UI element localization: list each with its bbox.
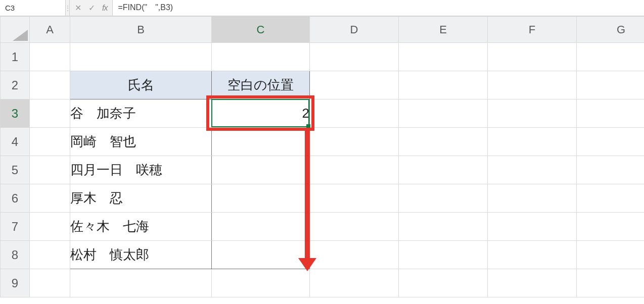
cell-G2[interactable]: [577, 71, 645, 99]
cell-G1[interactable]: [577, 43, 645, 71]
cell-F6[interactable]: [488, 184, 577, 213]
cell-G9[interactable]: [577, 269, 645, 297]
spreadsheet-grid[interactable]: A B C D E F G 1 2 氏名 空白の位置 3 谷 加奈子 2: [0, 16, 644, 297]
cell-A9[interactable]: [30, 269, 70, 297]
col-header-B[interactable]: B: [70, 17, 212, 43]
enter-icon[interactable]: ✓: [88, 3, 95, 13]
cell-D4[interactable]: [310, 128, 399, 156]
cell-B2[interactable]: 氏名: [70, 71, 212, 99]
col-header-E[interactable]: E: [399, 17, 488, 43]
row-header-1[interactable]: 1: [1, 43, 30, 71]
cell-F7[interactable]: [488, 213, 577, 241]
cell-C3[interactable]: 2: [212, 99, 310, 128]
cell-G4[interactable]: [577, 128, 645, 156]
cell-A8[interactable]: [30, 241, 70, 269]
cell-A1[interactable]: [30, 43, 70, 71]
formula-bar-divider: ⋮: [66, 0, 70, 16]
cell-D2[interactable]: [310, 71, 399, 99]
col-header-F[interactable]: F: [488, 17, 577, 43]
col-header-A[interactable]: A: [30, 17, 70, 43]
cell-G5[interactable]: [577, 156, 645, 184]
cell-F4[interactable]: [488, 128, 577, 156]
cell-E2[interactable]: [399, 71, 488, 99]
cell-C9[interactable]: [212, 269, 310, 297]
cell-E3[interactable]: [399, 99, 488, 128]
cell-B4[interactable]: 岡崎 智也: [70, 128, 212, 156]
cell-E9[interactable]: [399, 269, 488, 297]
cell-A3[interactable]: [30, 99, 70, 128]
cell-B6[interactable]: 厚木 忍: [70, 184, 212, 213]
cell-E8[interactable]: [399, 241, 488, 269]
row-header-8[interactable]: 8: [1, 241, 30, 269]
cell-F2[interactable]: [488, 71, 577, 99]
cell-C5[interactable]: [212, 156, 310, 184]
cell-A6[interactable]: [30, 184, 70, 213]
fx-icon[interactable]: fx: [102, 4, 107, 13]
cell-C7[interactable]: [212, 213, 310, 241]
cell-A5[interactable]: [30, 156, 70, 184]
formula-input[interactable]: [113, 0, 644, 16]
cell-B8[interactable]: 松村 慎太郎: [70, 241, 212, 269]
cell-B7[interactable]: 佐々木 七海: [70, 213, 212, 241]
row-header-6[interactable]: 6: [1, 184, 30, 213]
cell-G8[interactable]: [577, 241, 645, 269]
name-box[interactable]: ▾: [0, 0, 66, 16]
col-header-D[interactable]: D: [310, 17, 399, 43]
cell-F9[interactable]: [488, 269, 577, 297]
cell-D7[interactable]: [310, 213, 399, 241]
cell-E1[interactable]: [399, 43, 488, 71]
cell-C2[interactable]: 空白の位置: [212, 71, 310, 99]
cell-B5[interactable]: 四月一日 咲穂: [70, 156, 212, 184]
row-header-3[interactable]: 3: [1, 99, 30, 128]
cell-C1[interactable]: [212, 43, 310, 71]
cell-D1[interactable]: [310, 43, 399, 71]
cell-D6[interactable]: [310, 184, 399, 213]
cell-D8[interactable]: [310, 241, 399, 269]
formula-bar-buttons: ✕ ✓ fx: [70, 0, 113, 16]
cell-A7[interactable]: [30, 213, 70, 241]
cell-E7[interactable]: [399, 213, 488, 241]
cell-G7[interactable]: [577, 213, 645, 241]
cell-C6[interactable]: [212, 184, 310, 213]
cell-F5[interactable]: [488, 156, 577, 184]
row-header-7[interactable]: 7: [1, 213, 30, 241]
cell-B3[interactable]: 谷 加奈子: [70, 99, 212, 128]
row-header-5[interactable]: 5: [1, 156, 30, 184]
cell-D9[interactable]: [310, 269, 399, 297]
row-header-9[interactable]: 9: [1, 269, 30, 297]
cell-A2[interactable]: [30, 71, 70, 99]
cell-F3[interactable]: [488, 99, 577, 128]
cell-B1[interactable]: [70, 43, 212, 71]
cell-E6[interactable]: [399, 184, 488, 213]
row-header-2[interactable]: 2: [1, 71, 30, 99]
cell-E4[interactable]: [399, 128, 488, 156]
cell-D5[interactable]: [310, 156, 399, 184]
cell-G3[interactable]: [577, 99, 645, 128]
cancel-icon[interactable]: ✕: [75, 3, 81, 13]
select-all-corner[interactable]: [1, 17, 30, 43]
row-header-4[interactable]: 4: [1, 128, 30, 156]
cell-F1[interactable]: [488, 43, 577, 71]
formula-bar: ▾ ⋮ ✕ ✓ fx: [0, 0, 644, 16]
cell-C4[interactable]: [212, 128, 310, 156]
cell-A4[interactable]: [30, 128, 70, 156]
cell-C8[interactable]: [212, 241, 310, 269]
cell-G6[interactable]: [577, 184, 645, 213]
cell-E5[interactable]: [399, 156, 488, 184]
worksheet-area[interactable]: A B C D E F G 1 2 氏名 空白の位置 3 谷 加奈子 2: [0, 16, 644, 304]
col-header-G[interactable]: G: [577, 17, 645, 43]
cell-B9[interactable]: [70, 269, 212, 297]
cell-D3[interactable]: [310, 99, 399, 128]
col-header-C[interactable]: C: [212, 17, 310, 43]
cell-F8[interactable]: [488, 241, 577, 269]
